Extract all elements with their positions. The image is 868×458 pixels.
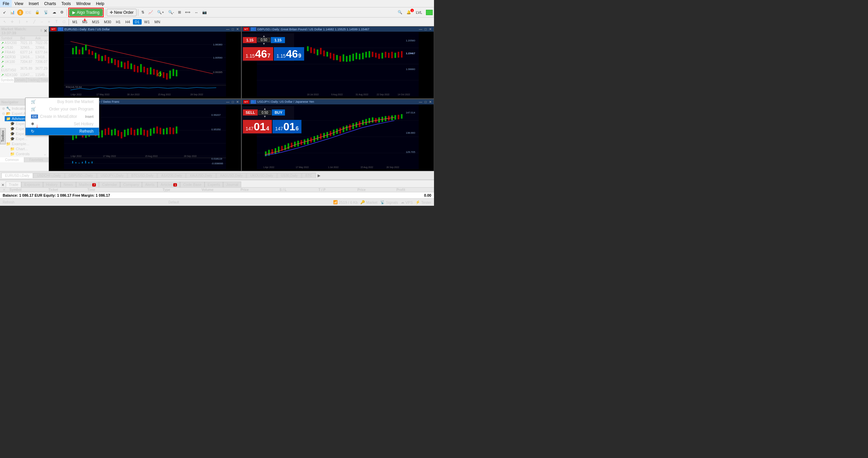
chart-tab-xauusd[interactable]: XAUUSD,Daily xyxy=(186,173,216,178)
market-watch-scroll[interactable]: ⇕ xyxy=(40,29,42,33)
shapes-tool[interactable]: ⬡ xyxy=(61,19,67,25)
usdjpy-volume-input[interactable] xyxy=(258,111,271,115)
tf-h4[interactable]: H4 xyxy=(123,19,132,25)
tf-w1[interactable]: W1 xyxy=(142,19,152,25)
ctx-create-meta[interactable]: IDE Create in MetaEditor Insert xyxy=(26,113,99,120)
menu-insert[interactable]: Insert xyxy=(26,0,41,7)
terminal-close[interactable]: ✕ xyxy=(1,183,4,187)
term-tab-company[interactable]: Company xyxy=(120,181,142,187)
mw-tab-details[interactable]: Details xyxy=(14,78,27,83)
tf-m15[interactable]: M15 xyxy=(90,19,101,25)
table-row[interactable]: ↗ UK100 7204.87 7206.07 xyxy=(0,60,49,64)
usdjpy-sell-button[interactable]: SELL xyxy=(243,110,258,115)
toolbar-notification[interactable]: 🔔1 xyxy=(405,9,413,16)
chart-tab-eurusd[interactable]: EURUSD.i,Daily xyxy=(1,173,33,178)
toolbar-detach[interactable]: ↔ xyxy=(193,9,200,16)
chart-tab-ukousd[interactable]: UKOUSD,Daily xyxy=(247,173,277,178)
menu-help[interactable]: Help xyxy=(93,0,107,7)
toolbar-radio[interactable]: 📡 xyxy=(42,9,50,16)
gbpusd-buy-button[interactable]: 1.15 xyxy=(271,37,285,43)
toolbar-history[interactable]: ⇅ xyxy=(140,9,146,16)
algo-trading-button[interactable]: ▶ Algo Trading xyxy=(69,9,102,16)
toolbar-grid[interactable]: ⊞ xyxy=(176,9,183,16)
nav-controls[interactable]: 📁 Controls ⌄ xyxy=(9,151,48,156)
table-row[interactable]: ↗ FRA40 6377.14 6377.84 xyxy=(0,50,49,55)
toolbar-lock[interactable]: 🔒 xyxy=(33,9,41,16)
mw-tab-ticks[interactable]: Ticks xyxy=(39,78,49,83)
usdchf-maximize[interactable]: □ xyxy=(231,100,235,104)
toolbar-indicator[interactable]: 📈 xyxy=(147,9,155,16)
usdchf-minimize[interactable]: — xyxy=(225,100,230,104)
toolbox-tab[interactable]: Toolbox xyxy=(0,128,6,144)
nav-tab-common[interactable]: Common xyxy=(0,157,24,162)
crosshair-tool[interactable]: ✛ xyxy=(9,19,16,25)
ctx-buy-market[interactable]: 🛒 Buy from the Market xyxy=(26,98,99,106)
tf-mn[interactable]: MN xyxy=(152,19,162,25)
toolbar-zoom-in[interactable]: 🔍+ xyxy=(155,9,165,16)
term-tab-articles[interactable]: Articles1 xyxy=(157,181,180,187)
term-tab-codebase[interactable]: Code Base xyxy=(180,181,204,187)
toolbar-ide[interactable]: IDE xyxy=(24,10,33,15)
usdjpy-minimize[interactable]: — xyxy=(418,100,423,104)
ray-tool[interactable]: → xyxy=(38,19,45,25)
menu-charts[interactable]: Charts xyxy=(41,0,59,7)
market-link[interactable]: 🔑 Market xyxy=(360,200,377,204)
toolbar-arrow[interactable]: ↙ xyxy=(1,9,8,16)
term-tab-experts[interactable]: Experts xyxy=(205,181,223,187)
toolbar-nav[interactable]: ⟺ xyxy=(183,9,192,16)
chart-tab-us30[interactable]: US30,Daily xyxy=(277,173,302,178)
chart-tabs-scroll[interactable]: ▶ xyxy=(316,173,322,178)
term-tab-calendar[interactable]: Calendar xyxy=(99,181,120,187)
tf-d1[interactable]: D1 xyxy=(133,19,142,25)
toolbar-camera[interactable]: 📷 xyxy=(200,9,209,16)
usdjpy-close[interactable]: ✕ xyxy=(428,100,432,104)
table-row[interactable]: ↗ NDX100 11547.... 11549... xyxy=(0,73,49,78)
eurusd-minimize[interactable]: — xyxy=(225,27,230,31)
new-order-button[interactable]: ✛ New Order xyxy=(107,9,136,16)
vps-link[interactable]: ☁ VPS xyxy=(401,200,413,204)
chart-tab-btcusd[interactable]: BTCUSD,Daily xyxy=(127,173,157,178)
toolbar-dollar[interactable]: $ xyxy=(17,9,23,16)
chart-tab-gbpusd[interactable]: GBPUSD.i,Daily xyxy=(65,173,97,178)
eurusd-chart-body[interactable]: RSI(14) 53.64 1.06360 1.00590 0.99395 1 … xyxy=(49,32,241,97)
tf-h1[interactable]: H1 xyxy=(114,19,122,25)
toolbar-zoom-out[interactable]: 🔍- xyxy=(166,9,176,16)
toolbar-search[interactable]: 🔍 xyxy=(396,9,404,16)
mw-tab-trading[interactable]: Trading xyxy=(27,78,40,83)
tester-link[interactable]: ⚡ Tester xyxy=(415,200,431,204)
trend-line[interactable]: ╱ xyxy=(31,19,38,25)
cursor-tool[interactable]: ↖ xyxy=(1,19,8,25)
chart-tab-btc2[interactable]: BTC xyxy=(302,173,316,178)
gbpusd-maximize[interactable]: □ xyxy=(424,27,427,31)
nav-examples[interactable]: 📁 Example... xyxy=(5,141,48,146)
term-tab-history[interactable]: History xyxy=(43,181,61,187)
usdchf-close[interactable]: ✕ xyxy=(236,100,240,104)
ctx-refresh[interactable]: ↻ Refresh ↓ xyxy=(26,127,99,135)
chart-tab-usdjpy[interactable]: USDJPY.i,Daily xyxy=(97,173,127,178)
table-row[interactable]: ↗ EUSTX50 3675.89 3677.29 xyxy=(0,64,49,73)
text-tool[interactable]: T xyxy=(53,19,60,25)
tf-m30[interactable]: M30 xyxy=(102,19,113,25)
menu-window[interactable]: Window xyxy=(74,0,94,7)
cross-tool[interactable]: + xyxy=(24,19,30,25)
nav-chart-patterns[interactable]: 📁 Chart... xyxy=(9,146,48,151)
chart-tab-asx200[interactable]: ASX200,Daily xyxy=(157,173,186,178)
ctx-order-program[interactable]: 🛒 Order your own Program xyxy=(26,106,99,113)
toolbar-cloud[interactable]: ☁ xyxy=(51,9,58,16)
toolbar-chart-type[interactable]: 📊 xyxy=(8,9,17,16)
toolbar-level[interactable]: LVL xyxy=(414,9,424,16)
market-watch-close[interactable]: ✕ xyxy=(44,29,47,33)
term-tab-news[interactable]: News xyxy=(61,181,76,187)
toolbar-settings2[interactable]: ⚙ xyxy=(59,9,65,16)
chart-tab-xagusd[interactable]: XAGUSD,Daily xyxy=(216,173,246,178)
menu-view[interactable]: View xyxy=(12,0,26,7)
usdjpy-buy-button[interactable]: BUY xyxy=(272,110,285,115)
signals-link[interactable]: 📡 Signals xyxy=(380,200,398,204)
channel-tool[interactable]: ≡ xyxy=(46,19,53,25)
term-tab-journal[interactable]: Journal xyxy=(223,181,241,187)
gbpusd-close[interactable]: ✕ xyxy=(428,27,432,31)
eurusd-close[interactable]: ✕ xyxy=(236,27,240,31)
tf-m1[interactable]: M1 xyxy=(70,19,80,25)
eurusd-maximize[interactable]: □ xyxy=(231,27,235,31)
nav-expert-4[interactable]: 🎓 Expe... xyxy=(9,136,48,141)
